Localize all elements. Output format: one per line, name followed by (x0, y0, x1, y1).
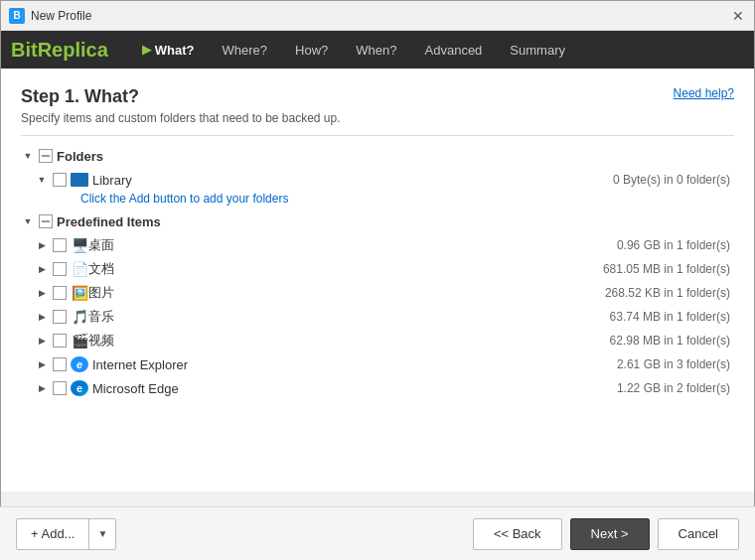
library-size: 0 Byte(s) in 0 folder(s) (613, 173, 730, 187)
pictures-row: ▶ 🖼️ 图片 268.52 KB in 1 folder(s) (21, 281, 734, 305)
music-icon: 🎵 (71, 309, 88, 325)
ie-expand-icon[interactable]: ▶ (35, 357, 49, 371)
edge-checkbox[interactable] (53, 381, 67, 395)
predefined-row: ▼ Predefined Items (21, 210, 734, 233)
desktop-size: 0.96 GB in 1 folder(s) (617, 238, 730, 252)
video-expand-icon[interactable]: ▶ (35, 334, 49, 348)
folders-row: ▼ Folders (21, 144, 734, 168)
folders-expand-icon[interactable]: ▼ (21, 149, 35, 163)
add-button-label: + Add... (31, 526, 75, 541)
desktop-expand-icon[interactable]: ▶ (35, 238, 49, 252)
music-label: 音乐 (88, 308, 610, 326)
edge-size: 1.22 GB in 2 folder(s) (617, 381, 730, 395)
ie-icon: e (71, 356, 88, 372)
video-label: 视频 (88, 332, 610, 350)
music-checkbox[interactable] (53, 310, 67, 324)
add-dropdown-button[interactable]: + Add... ▼ (16, 518, 116, 550)
library-checkbox[interactable] (53, 173, 67, 187)
add-button-main[interactable]: + Add... (17, 519, 89, 549)
library-icon (71, 173, 88, 187)
pictures-icon: 🖼️ (71, 285, 88, 301)
tree-area[interactable]: ▼ Folders ▼ Library 0 Byte(s) in 0 folde… (21, 144, 734, 482)
predefined-label: Predefined Items (57, 214, 734, 229)
music-row: ▶ 🎵 音乐 63.74 MB in 1 folder(s) (21, 305, 734, 329)
edge-label: Microsoft Edge (92, 381, 617, 396)
nav-bar: BitReplica ▶ What? Where? How? When? Adv… (1, 31, 754, 69)
window-close-button[interactable]: ✕ (730, 8, 746, 24)
library-label: Library (92, 173, 613, 188)
documents-expand-icon[interactable]: ▶ (35, 262, 49, 276)
ie-label: Internet Explorer (92, 357, 617, 372)
desktop-icon: 🖥️ (71, 237, 88, 253)
pictures-label: 图片 (88, 284, 605, 302)
step-subtitle: Specify items and custom folders that ne… (21, 111, 734, 125)
documents-label: 文档 (88, 260, 603, 278)
ie-row: ▶ e Internet Explorer 2.61 GB in 3 folde… (21, 352, 734, 376)
nav-items: ▶ What? Where? How? When? Advanced Summa… (128, 31, 579, 69)
nav-item-how[interactable]: How? (281, 31, 342, 69)
folders-checkbox[interactable] (39, 149, 53, 163)
navigation-buttons: << Back Next > Cancel (473, 518, 739, 550)
edge-expand-icon[interactable]: ▶ (35, 381, 49, 395)
predefined-expand-icon[interactable]: ▼ (21, 214, 35, 228)
desktop-checkbox[interactable] (53, 238, 67, 252)
need-help-link[interactable]: Need help? (674, 86, 734, 100)
back-button[interactable]: << Back (473, 518, 562, 550)
bottom-bar: + Add... ▼ << Back Next > Cancel (0, 506, 755, 560)
title-bar: B New Profile ✕ (1, 1, 754, 31)
video-row: ▶ 🎬 视频 62.98 MB in 1 folder(s) (21, 329, 734, 352)
video-size: 62.98 MB in 1 folder(s) (610, 334, 730, 348)
ie-size: 2.61 GB in 3 folder(s) (617, 357, 730, 371)
folders-label: Folders (57, 149, 734, 164)
nav-item-where-label: Where? (223, 43, 268, 58)
library-row: ▼ Library 0 Byte(s) in 0 folder(s) (21, 168, 734, 192)
brand-logo: BitReplica (11, 39, 108, 62)
window-title: New Profile (31, 9, 91, 23)
video-checkbox[interactable] (53, 334, 67, 348)
cancel-button[interactable]: Cancel (658, 518, 739, 550)
nav-item-when-label: When? (356, 43, 396, 58)
edge-row: ▶ e Microsoft Edge 1.22 GB in 2 folder(s… (21, 376, 734, 400)
documents-checkbox[interactable] (53, 262, 67, 276)
ie-checkbox[interactable] (53, 357, 67, 371)
nav-item-summary-label: Summary (510, 43, 565, 58)
nav-item-summary[interactable]: Summary (496, 31, 579, 69)
music-size: 63.74 MB in 1 folder(s) (610, 310, 730, 324)
documents-row: ▶ 📄 文档 681.05 MB in 1 folder(s) (21, 257, 734, 281)
nav-item-when[interactable]: When? (342, 31, 410, 69)
nav-item-what[interactable]: ▶ What? (128, 31, 209, 69)
main-content: Step 1. What? Need help? Specify items a… (1, 69, 754, 491)
nav-item-where[interactable]: Where? (209, 31, 282, 69)
nav-item-what-label: What? (155, 43, 195, 58)
desktop-row: ▶ 🖥️ 桌面 0.96 GB in 1 folder(s) (21, 233, 734, 257)
add-button-dropdown-arrow[interactable]: ▼ (89, 519, 115, 549)
step-title: Step 1. What? (21, 86, 139, 107)
video-icon: 🎬 (71, 333, 88, 349)
desktop-label: 桌面 (88, 236, 617, 254)
documents-icon: 📄 (71, 261, 88, 277)
edge-icon: e (71, 380, 88, 396)
title-bar-left: B New Profile (9, 8, 91, 24)
app-icon: B (9, 8, 25, 24)
next-button[interactable]: Next > (570, 518, 650, 550)
nav-item-how-label: How? (295, 43, 328, 58)
predefined-section: ▼ Predefined Items ▶ 🖥️ 桌面 0.96 GB in 1 … (21, 210, 734, 400)
step-header: Step 1. What? Need help? (21, 86, 734, 107)
pictures-checkbox[interactable] (53, 286, 67, 300)
nav-item-advanced-label: Advanced (425, 43, 483, 58)
divider (21, 135, 734, 136)
nav-item-advanced[interactable]: Advanced (411, 31, 497, 69)
pictures-size: 268.52 KB in 1 folder(s) (605, 286, 730, 300)
nav-arrow-icon: ▶ (142, 43, 151, 57)
predefined-checkbox[interactable] (39, 214, 53, 228)
documents-size: 681.05 MB in 1 folder(s) (603, 262, 730, 276)
add-hint[interactable]: Click the Add button to add your folders (21, 192, 734, 206)
folders-section: ▼ Folders ▼ Library 0 Byte(s) in 0 folde… (21, 144, 734, 206)
music-expand-icon[interactable]: ▶ (35, 310, 49, 324)
library-expand-icon[interactable]: ▼ (35, 173, 49, 187)
pictures-expand-icon[interactable]: ▶ (35, 286, 49, 300)
